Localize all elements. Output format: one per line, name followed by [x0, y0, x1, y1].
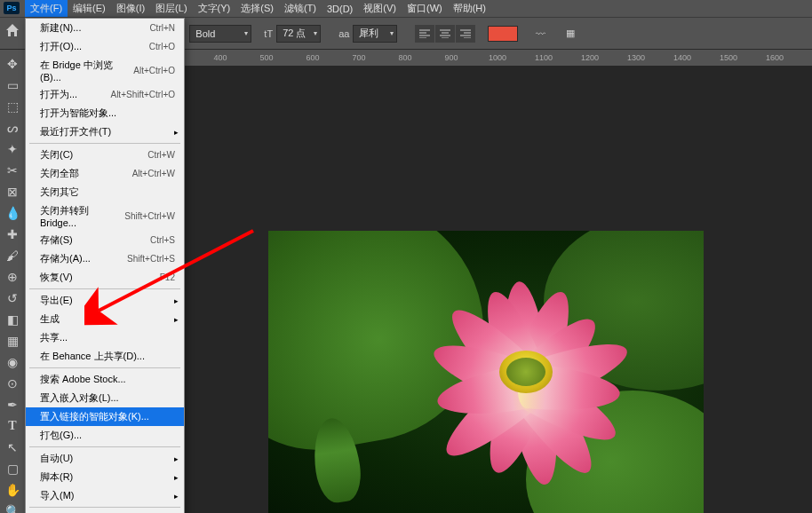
- crop-tool[interactable]: ✂: [2, 161, 23, 180]
- menu-select[interactable]: 选择(S): [235, 0, 279, 17]
- menu-image[interactable]: 图像(I): [111, 0, 150, 17]
- menu-item-shortcut: Shift+Ctrl+W: [124, 211, 175, 221]
- menu-item[interactable]: 恢复(V)F12: [26, 268, 184, 287]
- text-color-swatch[interactable]: [488, 26, 518, 42]
- align-right-button[interactable]: [456, 25, 475, 43]
- menu-item-label: 打开为...: [40, 88, 77, 101]
- menu-item[interactable]: 存储为(A)...Shift+Ctrl+S: [26, 249, 184, 268]
- lasso-tool[interactable]: ᔕ: [2, 118, 23, 138]
- align-center-button[interactable]: [435, 25, 455, 43]
- brush-tool[interactable]: 🖌: [2, 246, 23, 265]
- menubar: 文件(F) 编辑(E) 图像(I) 图层(L) 文字(Y) 选择(S) 滤镜(T…: [0, 0, 812, 18]
- menu-layer[interactable]: 图层(L): [150, 0, 192, 17]
- menu-edit[interactable]: 编辑(E): [68, 0, 111, 17]
- hand-tool[interactable]: ✋: [2, 480, 23, 500]
- ruler-mark: 600: [306, 53, 319, 62]
- menu-item[interactable]: 自动(U): [26, 449, 184, 468]
- menu-filter[interactable]: 滤镜(T): [279, 0, 322, 17]
- menu-separator: [29, 446, 180, 447]
- ruler-mark: 800: [398, 53, 411, 62]
- menu-item[interactable]: 脚本(R): [26, 468, 184, 486]
- menu-item[interactable]: 打开(O)...Ctrl+O: [26, 37, 184, 56]
- menu-item[interactable]: 关闭(C)Ctrl+W: [26, 146, 184, 164]
- menu-item[interactable]: 关闭并转到 Bridge...Shift+Ctrl+W: [26, 201, 184, 231]
- artboard-tool[interactable]: ▭: [2, 75, 23, 95]
- menu-item[interactable]: 文件简介(F)...Alt+Shift+Ctrl+I: [26, 509, 184, 513]
- menu-item[interactable]: 导入(M): [26, 486, 184, 505]
- menu-item-label: 搜索 Adobe Stock...: [40, 373, 126, 386]
- menu-separator: [29, 367, 180, 368]
- ruler-mark: 400: [213, 53, 227, 62]
- menu-item[interactable]: 关闭其它: [26, 183, 184, 201]
- menu-view[interactable]: 视图(V): [358, 0, 402, 17]
- blur-tool[interactable]: ◉: [2, 352, 23, 372]
- menu-item-label: 打开为智能对象...: [40, 107, 116, 120]
- menu-item-shortcut: Ctrl+S: [150, 235, 175, 245]
- menu-help[interactable]: 帮助(H): [448, 0, 491, 17]
- menu-item[interactable]: 打包(G)...: [26, 426, 184, 445]
- menu-item-label: 打开(O)...: [40, 40, 82, 53]
- menu-item[interactable]: 最近打开文件(T): [26, 122, 184, 141]
- menu-item-label: 打包(G)...: [40, 429, 82, 442]
- eyedropper-tool[interactable]: 💧: [2, 203, 23, 223]
- menu-3d[interactable]: 3D(D): [322, 2, 358, 16]
- menu-item-label: 关闭全部: [40, 167, 79, 180]
- menu-item-label: 导入(M): [40, 489, 75, 502]
- menu-item-shortcut: Shift+Ctrl+S: [127, 254, 175, 264]
- shape-tool[interactable]: ▢: [2, 459, 23, 478]
- ruler-mark: 900: [444, 53, 458, 62]
- ruler-mark: 1000: [489, 53, 506, 62]
- antialias-select[interactable]: 犀利: [353, 25, 397, 43]
- menu-item-label: 最近打开文件(T): [40, 125, 111, 138]
- font-style-select[interactable]: Bold: [189, 25, 251, 43]
- menu-item[interactable]: 导出(E): [26, 291, 184, 310]
- menu-item[interactable]: 存储(S)Ctrl+S: [26, 231, 184, 249]
- menu-item[interactable]: 在 Behance 上共享(D)...: [26, 347, 184, 366]
- zoom-tool[interactable]: 🔍: [2, 501, 23, 513]
- menu-item-label: 自动(U): [40, 452, 73, 465]
- menu-item[interactable]: 打开为智能对象...: [26, 104, 184, 122]
- antialias-label: aa: [338, 28, 349, 39]
- home-icon[interactable]: [4, 21, 21, 39]
- frame-tool[interactable]: ⊠: [2, 182, 23, 201]
- wand-tool[interactable]: ✦: [2, 139, 23, 159]
- document-canvas[interactable]: [268, 231, 704, 513]
- dodge-tool[interactable]: ⊙: [2, 374, 23, 393]
- menu-item[interactable]: 置入嵌入对象(L)...: [26, 389, 184, 407]
- ruler-mark: 1100: [535, 53, 553, 62]
- stamp-tool[interactable]: ⊕: [2, 267, 23, 287]
- menu-item[interactable]: 搜索 Adobe Stock...: [26, 370, 184, 389]
- panels-icon[interactable]: ▦: [562, 28, 578, 40]
- pen-tool[interactable]: ✒: [2, 395, 23, 414]
- menu-type[interactable]: 文字(Y): [193, 0, 236, 17]
- history-brush-tool[interactable]: ↺: [2, 288, 23, 308]
- ruler-mark: 1200: [581, 53, 599, 62]
- marquee-tool[interactable]: ⬚: [2, 97, 23, 116]
- eraser-tool[interactable]: ◧: [2, 310, 23, 329]
- menu-item-label: 关闭(C): [40, 148, 73, 162]
- menu-item[interactable]: 在 Bridge 中浏览(B)...Alt+Ctrl+O: [26, 56, 184, 85]
- menu-file[interactable]: 文件(F): [25, 0, 68, 17]
- menu-item-label: 脚本(R): [40, 470, 73, 484]
- menu-item-shortcut: Ctrl+N: [149, 23, 175, 33]
- path-tool[interactable]: ↖: [2, 438, 23, 457]
- menu-item[interactable]: 置入链接的智能对象(K)...: [26, 407, 184, 426]
- warp-text-icon[interactable]: 〰: [532, 28, 548, 40]
- menu-item[interactable]: 生成: [26, 310, 184, 328]
- menu-window[interactable]: 窗口(W): [402, 0, 448, 17]
- heal-tool[interactable]: ✚: [2, 225, 23, 244]
- type-tool[interactable]: T: [2, 416, 23, 436]
- move-tool[interactable]: ✥: [2, 54, 23, 74]
- ruler-mark: 1400: [673, 53, 691, 62]
- menu-item[interactable]: 新建(N)...Ctrl+N: [26, 19, 184, 37]
- menu-item-label: 关闭其它: [40, 185, 79, 199]
- align-left-button[interactable]: [415, 25, 434, 43]
- menu-item-shortcut: Alt+Shift+Ctrl+O: [110, 90, 175, 99]
- menu-item[interactable]: 打开为...Alt+Shift+Ctrl+O: [26, 85, 184, 104]
- menu-item[interactable]: 共享...: [26, 328, 184, 347]
- menu-item[interactable]: 关闭全部Alt+Ctrl+W: [26, 164, 184, 183]
- menu-item-shortcut: Alt+Ctrl+O: [133, 66, 175, 75]
- font-size-select[interactable]: 72 点: [276, 25, 321, 43]
- gradient-tool[interactable]: ▦: [2, 331, 23, 351]
- ruler-mark: 1500: [720, 53, 737, 62]
